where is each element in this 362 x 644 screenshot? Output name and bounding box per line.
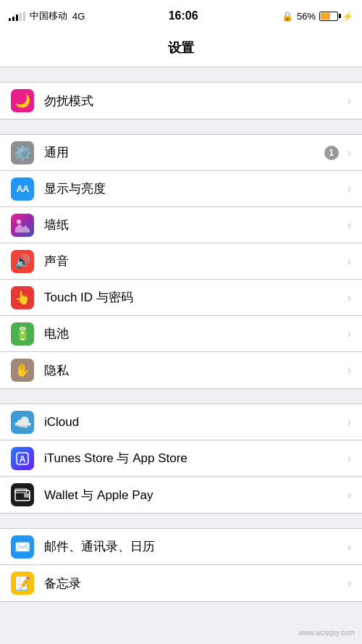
display-label: 显示与亮度 xyxy=(44,180,345,197)
signal-bar-2 xyxy=(12,17,14,21)
wallet-label: Wallet 与 Apple Pay xyxy=(44,487,345,503)
row-display[interactable]: AA 显示与亮度 › xyxy=(0,171,362,207)
icloud-label: iCloud xyxy=(44,415,345,430)
sounds-icon: 🔊 xyxy=(11,250,34,273)
network-label: 4G xyxy=(72,11,85,22)
notes-icon: 📝 xyxy=(11,572,34,595)
display-icon: AA xyxy=(11,177,34,201)
wallpaper-chevron: › xyxy=(348,219,351,232)
lock-icon: 🔒 xyxy=(282,11,293,22)
row-icloud[interactable]: ☁️ iCloud › xyxy=(0,404,362,440)
row-battery[interactable]: 🔋 电池 › xyxy=(0,316,362,352)
privacy-chevron: › xyxy=(348,364,351,377)
itunes-svg: A xyxy=(15,451,30,466)
status-bar: 中国移动 4G 16:06 🔒 56% ⚡ xyxy=(0,0,362,32)
general-icon: ⚙️ xyxy=(11,141,34,164)
mail-chevron: › xyxy=(348,540,351,553)
battery-chevron: › xyxy=(348,327,351,340)
wallpaper-label: 墙纸 xyxy=(44,217,345,233)
general-badge: 1 xyxy=(324,146,339,160)
sounds-label: 声音 xyxy=(44,253,345,269)
status-right: 🔒 56% ⚡ xyxy=(282,11,353,22)
status-time: 16:06 xyxy=(169,9,198,22)
mail-icon: ✉️ xyxy=(11,535,34,559)
row-mail[interactable]: ✉️ 邮件、通讯录、日历 › xyxy=(0,529,362,565)
wallet-chevron: › xyxy=(348,488,351,501)
row-itunes[interactable]: A iTunes Store 与 App Store › xyxy=(0,440,362,477)
battery-fill xyxy=(321,13,330,20)
battery-icon: 🔋 xyxy=(11,322,34,346)
itunes-icon: A xyxy=(11,447,34,470)
dnd-chevron: › xyxy=(348,94,351,107)
display-chevron: › xyxy=(348,183,351,196)
wallet-icon xyxy=(11,483,34,506)
section-accounts: ☁️ iCloud › A iTunes Store 与 App Store ›… xyxy=(0,403,362,514)
mail-label: 邮件、通讯录、日历 xyxy=(44,538,345,555)
carrier-label: 中国移动 xyxy=(30,9,67,22)
svg-point-0 xyxy=(17,219,21,224)
wallet-svg xyxy=(14,488,30,501)
status-left: 中国移动 4G xyxy=(9,9,85,22)
battery-indicator xyxy=(319,12,338,21)
battery-label: 电池 xyxy=(44,325,345,342)
row-privacy[interactable]: ✋ 隐私 › xyxy=(0,352,362,388)
touchid-chevron: › xyxy=(348,291,351,304)
svg-rect-5 xyxy=(24,493,30,498)
row-wallet[interactable]: Wallet 与 Apple Pay › xyxy=(0,477,362,513)
icloud-chevron: › xyxy=(348,416,351,429)
battery-percent: 56% xyxy=(297,11,316,22)
section-apps: ✉️ 邮件、通讯录、日历 › 📝 备忘录 › xyxy=(0,528,362,602)
page-title: 设置 xyxy=(0,32,362,67)
section-dnd: 🌙 勿扰模式 › xyxy=(0,82,362,120)
privacy-label: 隐私 xyxy=(44,362,345,379)
touchid-icon: 👆 xyxy=(11,286,34,309)
signal-bar-1 xyxy=(9,18,11,21)
sounds-chevron: › xyxy=(348,255,351,268)
notes-chevron: › xyxy=(348,577,351,590)
wallpaper-icon xyxy=(11,214,34,237)
wallpaper-svg xyxy=(15,218,30,233)
signal-bar-4 xyxy=(20,13,22,21)
watermark: www.wzsqsy.com xyxy=(298,629,355,637)
general-label: 通用 xyxy=(44,144,324,161)
general-chevron: › xyxy=(348,146,351,159)
row-sounds[interactable]: 🔊 声音 › xyxy=(0,243,362,280)
touchid-label: Touch ID 与密码 xyxy=(44,289,345,306)
dnd-label: 勿扰模式 xyxy=(44,93,345,109)
section-display: ⚙️ 通用 1 › AA 显示与亮度 › 墙纸 › 🔊 声音 › 👆 Touch… xyxy=(0,134,362,389)
signal-bars xyxy=(9,12,25,21)
row-notes[interactable]: 📝 备忘录 › xyxy=(0,565,362,601)
signal-bar-3 xyxy=(16,14,18,21)
signal-bar-5 xyxy=(23,12,25,21)
notes-label: 备忘录 xyxy=(44,575,345,592)
row-touchid[interactable]: 👆 Touch ID 与密码 › xyxy=(0,280,362,316)
charge-icon: ⚡ xyxy=(342,11,353,22)
privacy-icon: ✋ xyxy=(11,359,34,382)
itunes-label: iTunes Store 与 App Store xyxy=(44,450,345,467)
row-dnd[interactable]: 🌙 勿扰模式 › xyxy=(0,83,362,119)
svg-text:A: A xyxy=(20,454,26,464)
row-wallpaper[interactable]: 墙纸 › xyxy=(0,207,362,243)
row-general[interactable]: ⚙️ 通用 1 › xyxy=(0,135,362,171)
icloud-icon: ☁️ xyxy=(11,411,34,434)
itunes-chevron: › xyxy=(348,452,351,465)
dnd-icon: 🌙 xyxy=(11,89,34,112)
